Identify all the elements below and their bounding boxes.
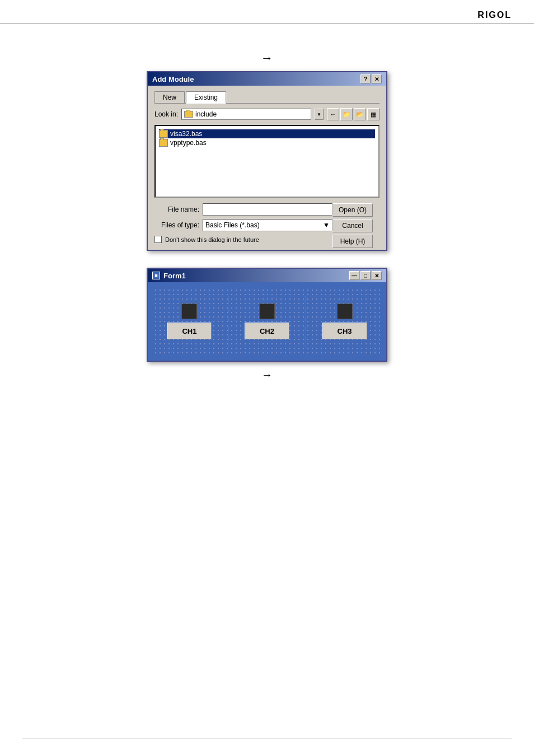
- brand-logo: RIGOL: [477, 10, 512, 20]
- toolbar-buttons: ← 📁 📂 ▦: [327, 108, 380, 120]
- page-footer: [22, 739, 512, 739]
- file-name: vpptype.bas: [170, 139, 207, 147]
- ch3-button[interactable]: CH3: [322, 323, 367, 339]
- form1-title: Form1: [163, 272, 186, 280]
- file-name-label: File name:: [154, 206, 199, 213]
- look-in-dropdown-btn[interactable]: ▼: [315, 109, 324, 120]
- open-button[interactable]: Open (O): [332, 203, 373, 217]
- files-of-type-value: Basic Files (*.bas): [205, 221, 260, 229]
- ch2-button[interactable]: CH2: [245, 323, 289, 339]
- dialog-body: New Existing Look in: include ▼ ← 📁 📂: [148, 86, 386, 250]
- ch1-button[interactable]: CH1: [167, 323, 212, 339]
- look-in-row: Look in: include ▼ ← 📁 📂 ▦: [154, 108, 380, 120]
- dialog-titlebar: Add Module ? ✕: [148, 72, 386, 86]
- look-in-value: include: [195, 110, 217, 118]
- v-divider-2: [306, 296, 306, 347]
- dont-show-label: Don't show this dialog in the future: [165, 236, 259, 243]
- add-module-dialog: Add Module ? ✕ New Existing Look in:: [147, 71, 387, 251]
- v-divider-1: [228, 296, 228, 347]
- form1-titlebar-buttons: — □ ✕: [349, 271, 382, 280]
- close-titlebar-btn[interactable]: ✕: [372, 74, 382, 83]
- form1-close-btn[interactable]: ✕: [372, 271, 382, 280]
- file-item[interactable]: visa32.bas: [159, 129, 375, 138]
- channel-2: CH2: [245, 304, 289, 339]
- up-folder-btn[interactable]: 📁: [340, 108, 353, 120]
- dot-grid: CH1 CH2 CH3: [153, 288, 381, 355]
- page-header: RIGOL: [0, 0, 534, 24]
- titlebar-buttons: ? ✕: [360, 74, 382, 83]
- form1-titlebar: ■ Form1 — □ ✕: [148, 269, 386, 282]
- arrow-bottom: →: [45, 368, 489, 381]
- files-of-type-label: Files of type:: [154, 221, 199, 229]
- maximize-btn[interactable]: □: [360, 271, 371, 280]
- cancel-button[interactable]: Cancel: [332, 219, 373, 232]
- form1-app-icon: ■: [152, 272, 160, 279]
- bottom-section: ■ Form1 — □ ✕ CH1: [45, 268, 489, 381]
- dont-show-checkbox[interactable]: [154, 236, 162, 243]
- look-in-combo[interactable]: include: [181, 109, 311, 120]
- file-name-input[interactable]: [203, 203, 332, 216]
- ch1-indicator: [181, 304, 197, 319]
- files-of-type-combo[interactable]: Basic Files (*.bas) ▼: [203, 219, 332, 231]
- channel-row: CH1 CH2 CH3: [159, 296, 375, 347]
- ch2-indicator: [259, 304, 275, 319]
- side-buttons: Open (O) Cancel Help (H): [332, 203, 373, 248]
- file-name: visa32.bas: [170, 130, 202, 138]
- file-list-area[interactable]: visa32.bas vpptype.bas: [154, 125, 380, 198]
- form1-titlebar-left: ■ Form1: [152, 272, 186, 280]
- file-item[interactable]: vpptype.bas: [159, 138, 375, 147]
- arrow-top: →: [45, 51, 489, 66]
- help-button[interactable]: Help (H): [332, 235, 373, 248]
- file-icon: [159, 130, 168, 138]
- form1-body: CH1 CH2 CH3: [148, 282, 386, 361]
- channel-1: CH1: [167, 304, 212, 339]
- folder-icon: [184, 111, 193, 118]
- combo-arrow: ▼: [323, 221, 330, 229]
- ch3-indicator: [337, 304, 353, 319]
- tab-existing[interactable]: Existing: [186, 91, 226, 104]
- form1-window: ■ Form1 — □ ✕ CH1: [147, 268, 387, 362]
- channel-3: CH3: [322, 304, 367, 339]
- files-of-type-row: Files of type: Basic Files (*.bas) ▼: [154, 219, 332, 231]
- dialog-title: Add Module: [152, 75, 194, 83]
- look-in-label: Look in:: [154, 110, 178, 118]
- file-name-row: File name:: [154, 203, 332, 216]
- view-btn[interactable]: ▦: [367, 108, 380, 120]
- dialog-tabs: New Existing: [154, 91, 380, 104]
- new-folder-btn[interactable]: 📂: [354, 108, 366, 120]
- help-titlebar-btn[interactable]: ?: [360, 74, 371, 83]
- minimize-btn[interactable]: —: [349, 271, 359, 280]
- tab-new[interactable]: New: [154, 91, 185, 103]
- file-icon: [159, 139, 168, 147]
- back-btn[interactable]: ←: [327, 108, 339, 120]
